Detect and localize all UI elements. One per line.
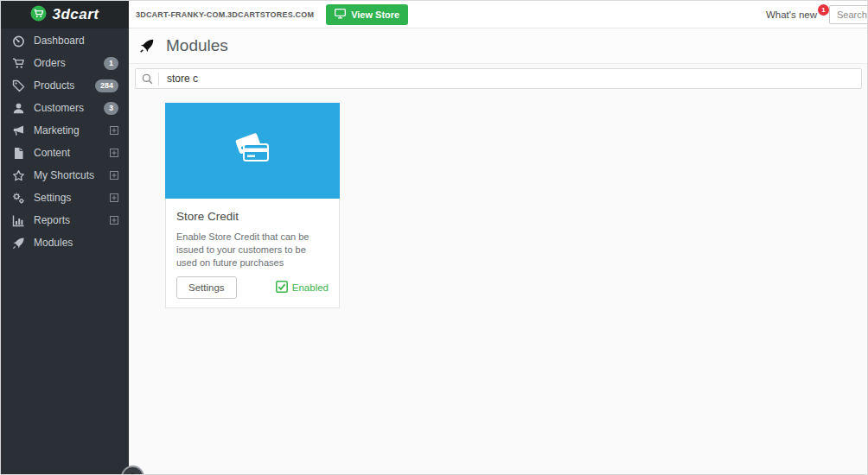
customers-count-badge: 3 bbox=[104, 102, 118, 115]
page-title: Modules bbox=[166, 36, 228, 55]
modules-grid: Store Credit Enable Store Credit that ca… bbox=[129, 89, 867, 474]
app-window: 3dcart Dashboard Orders 1 Produc bbox=[0, 0, 868, 475]
module-card-footer: Settings Enabled bbox=[176, 276, 329, 299]
module-enabled-toggle[interactable]: Enabled bbox=[276, 281, 329, 294]
module-search-row bbox=[129, 64, 867, 89]
module-title: Store Credit bbox=[176, 210, 329, 223]
whats-new-count-badge: 1 bbox=[818, 4, 829, 16]
search-icon bbox=[136, 73, 158, 85]
expand-plus-icon[interactable] bbox=[110, 149, 118, 157]
view-store-label: View Store bbox=[351, 10, 399, 20]
expand-plus-icon[interactable] bbox=[110, 171, 118, 180]
sidebar-item-label: My Shortcuts bbox=[34, 169, 94, 181]
whats-new-link[interactable]: What's new 1 bbox=[766, 10, 817, 20]
monitor-icon bbox=[335, 9, 346, 21]
module-card-body: Store Credit Enable Store Credit that ca… bbox=[165, 199, 340, 308]
checked-checkbox-icon bbox=[276, 281, 288, 294]
sidebar-item-reports[interactable]: Reports bbox=[1, 209, 129, 231]
sidebar-item-marketing[interactable]: Marketing bbox=[1, 119, 129, 142]
brand-logo[interactable]: 3dcart bbox=[1, 1, 129, 28]
sidebar-item-products[interactable]: Products 284 bbox=[1, 74, 129, 97]
orders-count-badge: 1 bbox=[104, 57, 118, 70]
sidebar-item-label: Orders bbox=[34, 57, 66, 69]
expand-plus-icon[interactable] bbox=[110, 126, 118, 135]
sidebar-item-label: Modules bbox=[34, 237, 73, 249]
module-settings-button[interactable]: Settings bbox=[176, 276, 237, 299]
module-card-header bbox=[165, 103, 340, 199]
cart-in-circle-icon bbox=[30, 5, 47, 25]
sidebar-item-settings[interactable]: Settings bbox=[1, 187, 129, 209]
expand-plus-icon[interactable] bbox=[110, 193, 118, 202]
sidebar-nav: Dashboard Orders 1 Products 284 bbox=[1, 28, 129, 254]
module-card-store-credit: Store Credit Enable Store Credit that ca… bbox=[165, 103, 340, 308]
sidebar: 3dcart Dashboard Orders 1 Produc bbox=[1, 1, 129, 474]
dashboard-icon bbox=[11, 35, 25, 48]
expand-plus-icon[interactable] bbox=[110, 216, 118, 225]
sidebar-item-label: Settings bbox=[34, 192, 71, 204]
sidebar-item-label: Reports bbox=[34, 214, 70, 226]
megaphone-icon bbox=[11, 124, 25, 137]
bar-chart-icon bbox=[11, 214, 25, 227]
sidebar-item-label: Content bbox=[34, 147, 70, 159]
file-icon bbox=[11, 147, 25, 160]
sidebar-item-label: Dashboard bbox=[34, 35, 85, 47]
module-search-box[interactable] bbox=[135, 68, 862, 89]
rocket-icon bbox=[11, 237, 25, 250]
user-icon bbox=[11, 102, 25, 115]
rocket-icon bbox=[139, 38, 155, 54]
cart-icon bbox=[11, 57, 25, 70]
sidebar-item-my-shortcuts[interactable]: My Shortcuts bbox=[1, 164, 129, 187]
sidebar-item-content[interactable]: Content bbox=[1, 142, 129, 164]
whats-new-label: What's new bbox=[766, 10, 817, 20]
store-url: 3DCART-FRANKY-COM.3DCARTSTORES.COM bbox=[136, 10, 314, 19]
sidebar-item-customers[interactable]: Customers 3 bbox=[1, 97, 129, 119]
topbar: 3DCART-FRANKY-COM.3DCARTSTORES.COM View … bbox=[129, 1, 867, 28]
page-header: Modules bbox=[129, 28, 867, 64]
module-description: Enable Store Credit that can be issued t… bbox=[176, 231, 329, 270]
products-count-badge: 284 bbox=[95, 79, 118, 92]
star-icon bbox=[11, 169, 25, 182]
global-search-input[interactable] bbox=[829, 5, 867, 24]
tag-icon bbox=[11, 79, 25, 92]
sidebar-item-label: Products bbox=[34, 79, 74, 92]
gears-icon bbox=[11, 192, 25, 205]
credit-cards-icon bbox=[230, 131, 275, 171]
view-store-button[interactable]: View Store bbox=[326, 4, 408, 25]
sidebar-item-orders[interactable]: Orders 1 bbox=[1, 52, 129, 74]
sidebar-item-modules[interactable]: Modules bbox=[1, 231, 129, 254]
sidebar-item-label: Marketing bbox=[34, 124, 80, 136]
sidebar-item-dashboard[interactable]: Dashboard bbox=[1, 29, 129, 52]
brand-name: 3dcart bbox=[52, 6, 99, 23]
module-status-label: Enabled bbox=[292, 282, 329, 293]
sidebar-item-label: Customers bbox=[34, 102, 84, 114]
main-area: 3DCART-FRANKY-COM.3DCARTSTORES.COM View … bbox=[129, 1, 867, 474]
module-search-input[interactable] bbox=[159, 73, 861, 85]
